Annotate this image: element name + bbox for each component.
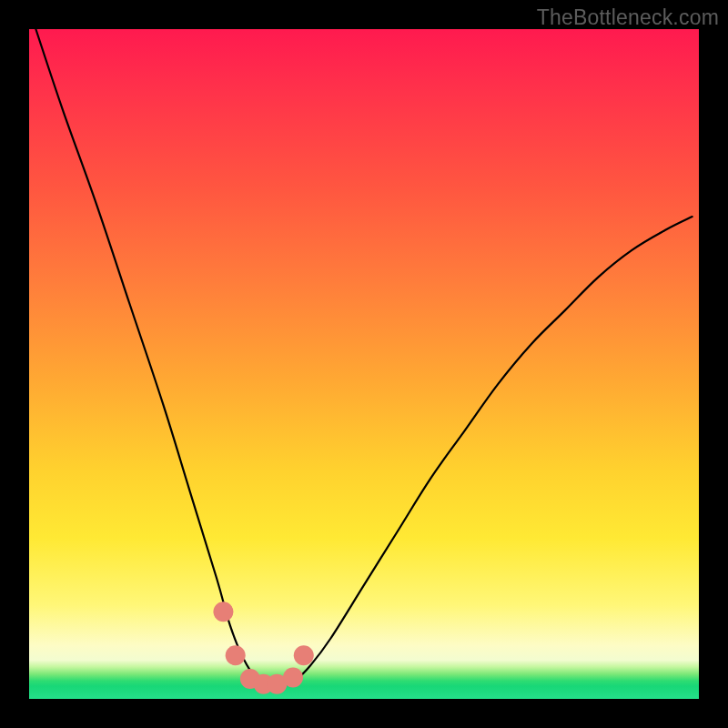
bottleneck-curve [35,29,692,686]
plot-area [29,29,699,699]
watermark-text: TheBottleneck.com [537,5,719,30]
chart-frame: TheBottleneck.com [0,0,728,728]
highlight-dot [213,602,233,622]
highlight-markers [213,602,313,693]
curve-svg [29,29,699,699]
highlight-dot [294,645,314,665]
highlight-dot [283,667,303,687]
highlight-dot [226,645,246,665]
